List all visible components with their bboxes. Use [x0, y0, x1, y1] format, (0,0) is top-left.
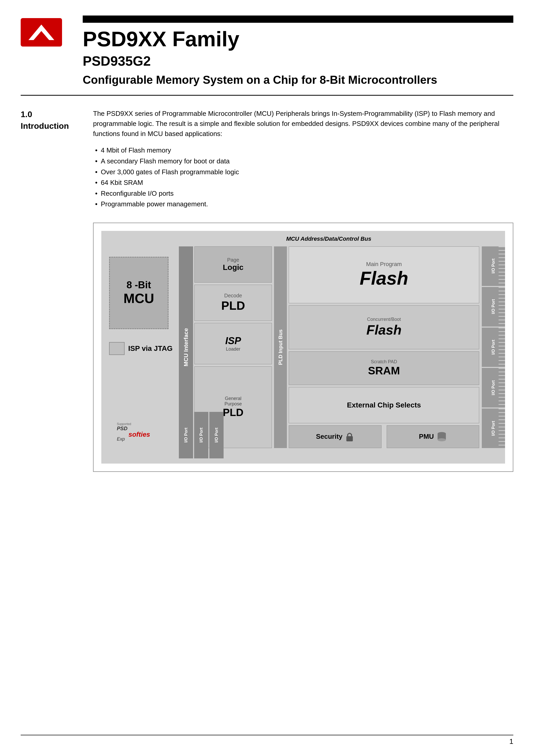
io-port-3: I/O Port [482, 328, 505, 367]
pld-input-bar: PLD Input Bus [274, 246, 287, 448]
page-logic-small: Page [227, 257, 239, 263]
list-item: A secondary Flash memory for boot or dat… [93, 156, 513, 167]
sub-title: PSD935G2 [83, 53, 513, 69]
isp-jtag: ISP via JTAG [109, 342, 173, 355]
jtag-label: ISP via JTAG [128, 344, 173, 353]
page-logic-big: Logic [223, 263, 244, 272]
ext-chip-area: External Chip Selects [289, 387, 479, 423]
main-flash-box: Main Program Flash [289, 246, 479, 303]
black-bar [83, 15, 513, 23]
pmu-box: PMU [387, 425, 479, 448]
boot-flash-label: Flash [366, 322, 402, 338]
pld-input-text: PLD Input Bus [278, 329, 283, 365]
svg-text:PSD: PSD [117, 425, 127, 431]
decode-pld-box: Decode PLD [194, 285, 272, 321]
header-divider [21, 95, 513, 96]
bus-label: MCU Address/Data/Control Bus [286, 235, 371, 242]
io-port-bottom-text-3: I/O Port [214, 428, 219, 443]
right-main-area: Main Program Flash Concurrent/Boot Flash… [289, 246, 479, 448]
scratch-pad-label: Scratch PAD [371, 359, 397, 364]
decode-small: Decode [224, 293, 242, 299]
svg-rect-7 [346, 436, 353, 441]
logo-area [21, 18, 67, 47]
pmu-label: PMU [419, 433, 434, 441]
io-port-lines-5 [498, 409, 505, 448]
io-port-text-4: I/O Port [491, 380, 496, 395]
cylinder-icon [437, 432, 447, 442]
main-title: PSD9XX Family [83, 27, 513, 51]
io-port-lines-3 [498, 328, 505, 367]
page-logic-box: Page Logic [194, 246, 272, 283]
sram-label: SRAM [368, 364, 400, 377]
block-diagram: MCU Address/Data/Control Bus 8 -Bit MCU … [93, 223, 513, 472]
desc-title: Configurable Memory System on a Chip for… [83, 72, 513, 87]
io-port-text-1: I/O Port [491, 258, 496, 274]
security-label: Security [316, 433, 342, 441]
io-port-4: I/O Port [482, 368, 505, 408]
io-port-lines-1 [498, 246, 505, 286]
page-number: 1 [509, 737, 513, 746]
left-column: 1.0 Introduction [21, 109, 78, 472]
io-port-1: I/O Port [482, 246, 505, 286]
psd-logo: PSD softies Exp Supported [114, 421, 161, 442]
ext-chip-label: External Chip Selects [347, 401, 421, 409]
security-pmu-row: Security PMU [289, 425, 479, 448]
io-ports-bottom-left: I/O Port I/O Port I/O Port [179, 412, 275, 458]
footer-divider [21, 735, 513, 735]
mcu-interface-text: MCU Interface [183, 328, 189, 366]
main-flash-label: Flash [360, 268, 408, 289]
isp-loader-box: ISP Loader [194, 323, 272, 364]
io-port-text-3: I/O Port [491, 340, 496, 355]
io-port-5: I/O Port [482, 409, 505, 448]
mcu-text-bottom: MCU [123, 291, 154, 306]
list-item: 4 Mbit of Flash memory [93, 145, 513, 156]
gen-purpose-mid: Purpose [224, 401, 242, 407]
list-item: 64 Kbit SRAM [93, 177, 513, 188]
io-port-bottom-text-1: I/O Port [184, 428, 188, 443]
boot-flash-box: Concurrent/Boot Flash [289, 305, 479, 349]
intro-paragraph: The PSD9XX series of Programmable Microc… [93, 109, 513, 139]
gen-purpose-top: General [225, 396, 241, 401]
psd-logo-area: PSD softies Exp Supported [109, 421, 166, 443]
io-port-lines-4 [498, 368, 505, 408]
right-column: The PSD9XX series of Programmable Microc… [93, 109, 513, 472]
io-port-lines-2 [498, 287, 505, 327]
mcu-box: 8 -Bit MCU [109, 257, 169, 329]
io-port-bottom-3: I/O Port [209, 412, 224, 458]
svg-text:softies: softies [128, 430, 150, 438]
main-program-label: Main Program [366, 261, 402, 268]
svg-point-10 [438, 438, 446, 441]
section-label: 1.0 Introduction [21, 109, 78, 132]
decode-pld-big: PLD [221, 299, 245, 312]
title-area: PSD9XX Family PSD935G2 Configurable Memo… [83, 15, 513, 87]
loader-small: Loader [226, 346, 240, 352]
io-ports-right: I/O Port I/O Port I/O Port I/O Port [482, 246, 505, 448]
isp-italic: ISP [225, 335, 241, 346]
feature-list: 4 Mbit of Flash memory A secondary Flash… [93, 145, 513, 210]
sram-box: Scratch PAD SRAM [289, 351, 479, 385]
list-item: Over 3,000 gates of Flash programmable l… [93, 167, 513, 177]
main-content: 1.0 Introduction The PSD9XX series of Pr… [0, 109, 534, 472]
list-item: Programmable power management. [93, 199, 513, 210]
security-box: Security [289, 425, 382, 448]
jtag-icon [109, 342, 124, 355]
io-port-2: I/O Port [482, 287, 505, 327]
st-logo [21, 18, 62, 46]
io-port-text-5: I/O Port [491, 421, 496, 436]
svg-text:Supported: Supported [117, 422, 131, 426]
io-port-bottom-2: I/O Port [194, 412, 208, 458]
header: PSD9XX Family PSD935G2 Configurable Memo… [0, 0, 534, 95]
io-port-bottom-text-2: I/O Port [199, 428, 204, 443]
svg-text:Exp: Exp [117, 436, 125, 442]
io-port-bottom-1: I/O Port [179, 412, 193, 458]
io-port-text-2: I/O Port [491, 299, 496, 314]
lock-icon [345, 432, 354, 442]
concurrent-label: Concurrent/Boot [367, 317, 401, 322]
mcu-text-top: 8 -Bit [127, 280, 151, 291]
diagram-inner: MCU Address/Data/Control Bus 8 -Bit MCU … [101, 231, 505, 464]
list-item: Reconfigurable I/O ports [93, 188, 513, 199]
